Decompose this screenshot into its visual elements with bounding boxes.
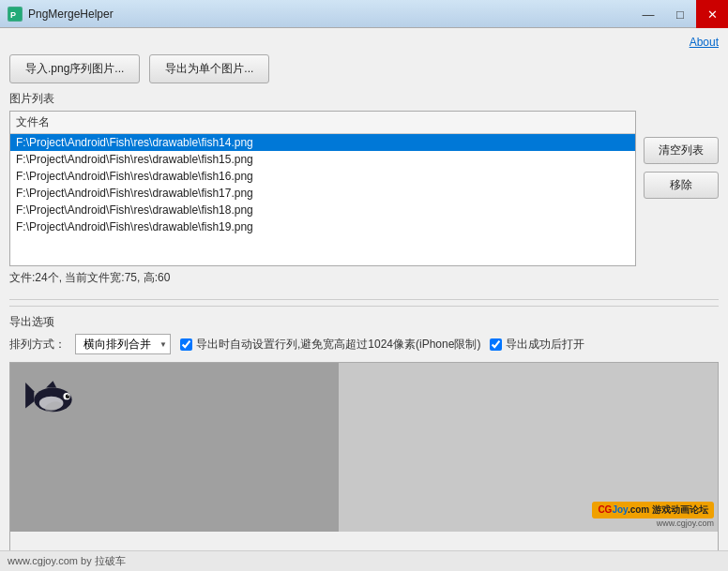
arrange-select[interactable]: 横向排列合并纵向排列合并	[75, 334, 171, 354]
clear-list-button[interactable]: 清空列表	[644, 137, 719, 164]
main-content: About 导入.png序列图片... 导出为单个图片... 图片列表 文件名 …	[0, 28, 728, 571]
image-list-area: 文件名 F:\Project\Android\Fish\res\drawable…	[9, 111, 719, 266]
auto-set-option[interactable]: 导出时自动设置行列,避免宽高超过1024像素(iPhone限制)	[180, 337, 480, 353]
list-item[interactable]: F:\Project\Android\Fish\res\drawable\fis…	[10, 134, 635, 151]
preview-left	[10, 363, 339, 532]
open-after-checkbox[interactable]	[490, 338, 502, 351]
about-area: About	[9, 36, 719, 49]
auto-set-checkbox[interactable]	[180, 338, 192, 351]
auto-set-label: 导出时自动设置行列,避免宽高超过1024像素(iPhone限制)	[196, 337, 480, 353]
list-header: 文件名	[10, 112, 635, 134]
svg-text:P: P	[10, 10, 16, 20]
export-section-label: 导出选项	[9, 314, 719, 330]
fish-sprite	[20, 372, 85, 424]
list-item[interactable]: F:\Project\Android\Fish\res\drawable\fis…	[10, 218, 635, 235]
file-list-container: 文件名 F:\Project\Android\Fish\res\drawable…	[9, 111, 636, 266]
close-button[interactable]: ✕	[696, 0, 728, 28]
app-icon: P	[8, 7, 23, 22]
watermark-bar: www.cgjoy.com by 拉破车	[0, 550, 728, 571]
list-item[interactable]: F:\Project\Android\Fish\res\drawable\fis…	[10, 168, 635, 185]
side-buttons: 清空列表 移除	[644, 111, 719, 266]
window-title: PngMergeHelper	[28, 8, 114, 21]
top-buttons: 导入.png序列图片... 导出为单个图片...	[9, 54, 719, 83]
export-button[interactable]: 导出为单个图片...	[149, 54, 269, 83]
open-after-label: 导出成功后打开	[506, 337, 584, 353]
remove-button[interactable]: 移除	[644, 172, 719, 199]
divider-1	[9, 299, 719, 300]
about-link[interactable]: About	[690, 36, 719, 49]
list-item[interactable]: F:\Project\Android\Fish\res\drawable\fis…	[10, 151, 635, 168]
minimize-button[interactable]: —	[632, 0, 664, 28]
svg-point-8	[68, 395, 68, 396]
list-body[interactable]: F:\Project\Android\Fish\res\drawable\fis…	[10, 134, 635, 265]
preview-right: CGJoy.com 游戏动画论坛 www.cgjoy.com	[339, 363, 718, 532]
export-options-row: 排列方式： 横向排列合并纵向排列合并 导出时自动设置行列,避免宽高超过1024像…	[9, 334, 719, 354]
list-item[interactable]: F:\Project\Android\Fish\res\drawable\fis…	[10, 185, 635, 202]
file-info: 文件:24个, 当前文件宽:75, 高:60	[9, 270, 719, 286]
maximize-button[interactable]: □	[664, 0, 696, 28]
arrange-label: 排列方式：	[9, 337, 66, 353]
export-section: 导出选项 排列方式： 横向排列合并纵向排列合并 导出时自动设置行列,避免宽高超过…	[9, 306, 719, 354]
arrange-select-wrapper[interactable]: 横向排列合并纵向排列合并	[75, 334, 171, 354]
import-button[interactable]: 导入.png序列图片...	[9, 54, 140, 83]
preview-area: CGJoy.com 游戏动画论坛 www.cgjoy.com	[9, 362, 719, 563]
svg-marker-4	[25, 383, 34, 409]
window-controls: — □ ✕	[632, 0, 728, 28]
svg-marker-5	[46, 381, 56, 387]
svg-point-7	[66, 394, 70, 398]
open-after-option[interactable]: 导出成功后打开	[490, 337, 584, 353]
list-item[interactable]: F:\Project\Android\Fish\res\drawable\fis…	[10, 202, 635, 218]
image-list-label: 图片列表	[9, 91, 719, 107]
watermark-text: www.cgjoy.com by 拉破车	[8, 554, 126, 568]
title-bar: P PngMergeHelper — □ ✕	[0, 0, 728, 28]
